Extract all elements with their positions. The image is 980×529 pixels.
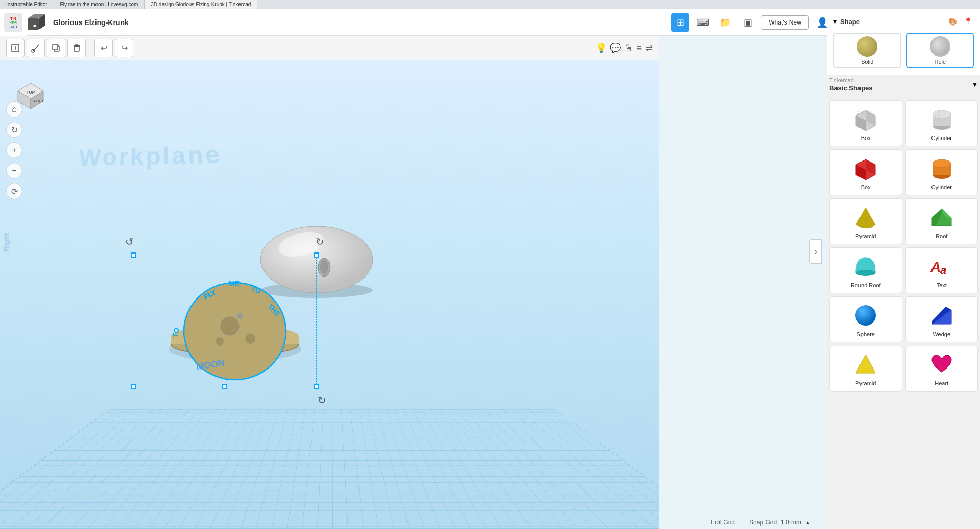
toolbar-separator <box>90 41 90 55</box>
shape-item-pyramid[interactable]: Pyramid <box>829 198 902 244</box>
reset-btn[interactable]: ⟳ <box>6 183 22 199</box>
shape-item-roof[interactable]: Roof <box>905 198 978 244</box>
tab-tinkercad[interactable]: 3D design Glorious Elzing-Krunk | Tinker… <box>145 0 257 9</box>
moon-object[interactable]: ↺ ↻ ↻ FLY ME TO <box>153 265 317 387</box>
redo-button[interactable]: ↪ <box>115 39 133 57</box>
3d-view-btn[interactable]: ⌨ <box>694 13 712 32</box>
svg-point-31 <box>216 337 224 346</box>
shape-item-box-red[interactable]: Box <box>829 149 902 195</box>
shape-name-box-gray: Box <box>861 135 871 141</box>
grid-view-btn[interactable]: ⊞ <box>671 13 689 32</box>
workplane-grid <box>0 409 659 529</box>
shape-header: ▾ Shape 🎨 📍 <box>833 15 974 28</box>
handle-bottom-left[interactable] <box>131 384 136 389</box>
pyramid2-icon <box>852 351 879 378</box>
svg-rect-12 <box>53 44 58 50</box>
cylinder-orange-icon <box>928 154 955 182</box>
hole-option[interactable]: Hole <box>906 33 974 68</box>
svg-text:a: a <box>940 264 946 277</box>
shapes-grid: Box Cylinder <box>827 98 980 394</box>
svg-text:CAD: CAD <box>9 25 17 29</box>
tab-lovesvg[interactable]: Fly me to the moon | Lovesvg.com <box>54 0 145 9</box>
svg-text:ME: ME <box>229 280 240 288</box>
chat-icon[interactable]: 💬 <box>610 42 621 54</box>
shape-icons: 🎨 📍 <box>946 15 974 28</box>
shape-item-cylinder-orange[interactable]: Cylinder <box>905 149 978 195</box>
svg-text:TO: TO <box>171 327 181 338</box>
hole-label: Hole <box>934 59 946 65</box>
cylinder-gray-icon <box>928 105 955 133</box>
shape-item-round-roof[interactable]: Round Roof <box>829 247 902 293</box>
snap-grid-label: Snap Grid <box>749 519 777 526</box>
shape-name-roof: Roof <box>936 233 947 239</box>
viewport[interactable]: Workplane TOP RIGHT <box>0 60 659 529</box>
shape-name-wedge: Wedge <box>933 331 950 337</box>
logo-area: TIN KER CAD <box>0 9 27 36</box>
shape-item-box-gray[interactable]: Box <box>829 100 902 146</box>
hole-circle <box>930 36 950 57</box>
text-shape-icon: A a <box>928 252 955 280</box>
shape-item-heart[interactable]: Heart <box>905 346 978 392</box>
tab-instructable[interactable]: Instructable Editor <box>0 0 54 9</box>
shape-item-text[interactable]: A a Text <box>905 247 978 293</box>
zoom-out-btn[interactable]: − <box>6 163 22 179</box>
mirror-icon[interactable]: ⇌ <box>645 42 653 54</box>
svg-marker-57 <box>856 208 875 228</box>
duplicate-button[interactable] <box>47 39 65 57</box>
tinkercad-logo: TIN KER CAD <box>4 13 23 32</box>
folder-btn[interactable]: 📁 <box>716 13 734 32</box>
undo-button[interactable]: ↩ <box>94 39 113 57</box>
panel-collapse-btn[interactable]: › <box>809 239 822 264</box>
rotate-arrow-tl[interactable]: ↺ <box>125 236 134 248</box>
shape-collapse-icon[interactable]: ▾ <box>833 17 837 26</box>
shape-name-text: Text <box>937 282 947 288</box>
left-controls: ⌂ ↻ + − ⟳ <box>6 101 22 199</box>
orbit-btn[interactable]: ↻ <box>6 122 22 138</box>
pyramid-icon <box>852 203 879 231</box>
svg-text:■: ■ <box>33 23 36 28</box>
cut-button[interactable] <box>27 39 45 57</box>
grid-expand-icon[interactable]: ▲ <box>805 520 810 525</box>
library-dropdown[interactable]: ▼ <box>972 81 978 88</box>
layout-btn[interactable]: ▣ <box>738 13 757 32</box>
svg-text:A: A <box>930 259 941 275</box>
shape-location-btn[interactable]: 📍 <box>962 15 974 28</box>
shape-name-heart: Heart <box>935 380 948 386</box>
rotate-arrow-br[interactable]: ↻ <box>318 394 326 406</box>
cursor-icon[interactable]: 🖱 <box>624 43 633 54</box>
cube-logo: ■ <box>27 13 45 32</box>
svg-point-47 <box>933 110 951 119</box>
shape-item-wedge[interactable]: Wedge <box>905 296 978 342</box>
handle-top-left[interactable] <box>131 252 136 258</box>
shape-name-round-roof: Round Roof <box>851 282 881 288</box>
shape-item-sphere[interactable]: Sphere <box>829 296 902 342</box>
svg-text:TIN: TIN <box>10 17 16 20</box>
toolbar: ↩ ↪ 💡 💬 🖱 ≡ ⇌ <box>0 36 659 60</box>
round-roof-icon <box>852 252 879 280</box>
svg-text:TOP: TOP <box>27 90 35 95</box>
shape-name-pyramid2: Pyramid <box>855 380 876 386</box>
library-name: Basic Shapes <box>829 84 873 92</box>
zoom-in-btn[interactable]: + <box>6 142 22 158</box>
shape-name-pyramid: Pyramid <box>855 233 876 239</box>
svg-point-64 <box>855 305 876 326</box>
home-btn[interactable]: ⌂ <box>6 101 22 118</box>
svg-rect-13 <box>74 46 79 51</box>
align-icon[interactable]: ≡ <box>636 43 642 54</box>
svg-text:KER: KER <box>10 21 17 25</box>
solid-option[interactable]: Solid <box>833 33 901 68</box>
delete-button[interactable] <box>67 39 86 57</box>
svg-text:RIGHT: RIGHT <box>33 99 44 103</box>
shape-item-cylinder-gray[interactable]: Cylinder <box>905 100 978 146</box>
bottom-bar: Edit Grid Snap Grid 1.0 mm ▲ <box>705 516 817 529</box>
whats-new-button[interactable]: What's New <box>761 15 809 30</box>
edit-grid-label[interactable]: Edit Grid <box>711 519 735 526</box>
shape-paint-btn[interactable]: 🎨 <box>946 15 959 28</box>
toolbar-right: 💡 💬 🖱 ≡ ⇌ <box>595 36 659 60</box>
header-right: ⊞ ⌨ 📁 ▣ What's New 👤 G <box>671 13 851 32</box>
shape-item-pyramid2[interactable]: Pyramid <box>829 346 902 392</box>
lightbulb-icon[interactable]: 💡 <box>595 42 607 54</box>
shape-name-sphere: Sphere <box>857 331 875 337</box>
new-button[interactable] <box>6 39 25 57</box>
library-header: Tinkercad Basic Shapes ▼ <box>827 75 980 94</box>
